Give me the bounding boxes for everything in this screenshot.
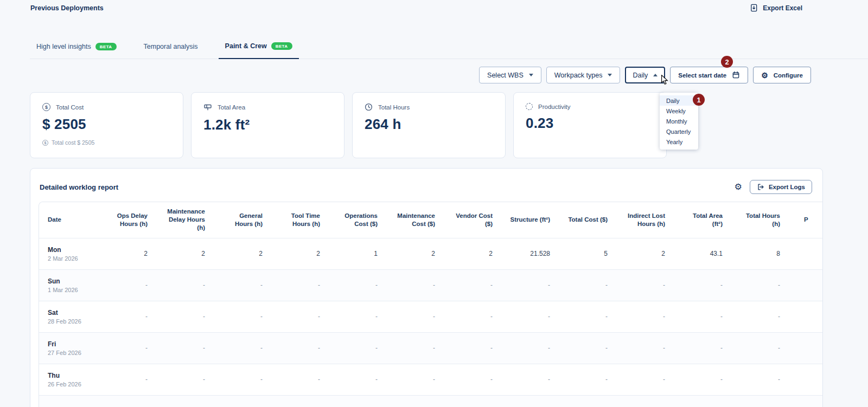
value-cell: -: [156, 364, 214, 395]
dollar-circle-icon: $: [42, 140, 48, 146]
menu-item-quarterly[interactable]: Quarterly: [660, 126, 698, 137]
value-cell: -: [156, 332, 214, 364]
value-cell: -: [386, 332, 444, 364]
date-label: 27 Feb 2026: [48, 350, 90, 356]
value-cell: -: [156, 269, 214, 301]
value-cell: [789, 332, 823, 364]
tab-label: Temporal analysis: [144, 43, 198, 50]
menu-item-monthly[interactable]: Monthly: [660, 116, 698, 126]
metric-card-total-area: Total Area 1.2k ft²: [191, 92, 344, 158]
worklog-table: DateOps Delay Hours (h)Maintenance Delay…: [39, 202, 823, 407]
value-cell: -: [99, 364, 156, 395]
column-header: Date: [39, 202, 99, 238]
filter-bar: Select WBS Workpack types Daily Select s…: [0, 59, 868, 83]
granularity-dropdown[interactable]: Daily: [625, 67, 665, 83]
chevron-up-icon: [653, 74, 658, 76]
metric-card-total-cost: $ Total Cost $ 2505 $ Total cost $ 2505: [30, 92, 183, 158]
top-bar: Previous Deployments Export Excel: [0, 0, 868, 12]
tabs: High level insightsBETATemporal analysis…: [30, 42, 868, 59]
value-cell: 1: [329, 238, 386, 269]
table-body: Mon2 Mar 2026222212221.5285243.18Sun1 Ma…: [39, 238, 823, 407]
value-cell: -: [214, 301, 271, 332]
value-cell: -: [616, 364, 674, 395]
workpack-types-dropdown[interactable]: Workpack types: [546, 67, 621, 83]
value-cell: -: [444, 364, 501, 395]
beta-badge: BETA: [95, 43, 117, 50]
page-title: Previous Deployments: [30, 4, 104, 12]
calendar-icon: [732, 71, 740, 79]
column-header: Total Area (ft²): [674, 202, 731, 238]
value-cell: -: [674, 332, 731, 364]
day-label: Fri: [48, 340, 90, 348]
export-excel-button[interactable]: Export Excel: [750, 4, 802, 12]
table-header-row: DateOps Delay Hours (h)Maintenance Delay…: [39, 202, 823, 238]
select-start-date-button[interactable]: Select start date: [670, 67, 748, 83]
table-row: Fri27 Feb 2026------------: [39, 332, 823, 364]
value-cell: -: [386, 301, 444, 332]
table-row: Sun1 Mar 2026------------: [39, 269, 823, 301]
worklog-settings-gear-icon[interactable]: ⚙: [735, 183, 742, 191]
value-cell: -: [156, 301, 214, 332]
date-label: 2 Mar 2026: [48, 255, 90, 262]
column-header: Maintenance Cost ($): [386, 202, 444, 238]
value-cell: 5: [559, 238, 616, 269]
export-excel-icon: [750, 4, 758, 12]
tab-high-level-insights[interactable]: High level insightsBETA: [30, 42, 123, 59]
value-cell: -: [99, 332, 156, 364]
select-wbs-dropdown[interactable]: Select WBS: [479, 67, 541, 83]
value-cell: -: [386, 364, 444, 395]
column-header: Ops Delay Hours (h): [99, 202, 156, 238]
value-cell: -: [559, 301, 616, 332]
metric-value: 0.23: [526, 115, 654, 132]
gear-icon: ⚙: [761, 72, 768, 79]
value-cell: 2: [214, 238, 271, 269]
worklog-table-scroll[interactable]: DateOps Delay Hours (h)Maintenance Delay…: [39, 202, 823, 407]
value-cell: -: [329, 301, 386, 332]
export-excel-label: Export Excel: [763, 4, 802, 12]
metric-label: Total Cost: [56, 104, 84, 111]
configure-label: Configure: [774, 72, 803, 79]
value-cell: -: [271, 332, 329, 364]
value-cell: -: [559, 332, 616, 364]
value-cell: -: [501, 301, 559, 332]
value-cell: -: [386, 269, 444, 301]
value-cell: -: [214, 269, 271, 301]
day-label: Thu: [48, 372, 90, 379]
value-cell: [789, 269, 823, 301]
date-cell: Fri27 Feb 2026: [39, 332, 99, 364]
value-cell: -: [559, 269, 616, 301]
configure-button[interactable]: ⚙ Configure: [753, 67, 811, 83]
value-cell: -: [559, 364, 616, 395]
value-cell: 2: [444, 238, 501, 269]
column-header: P: [789, 202, 823, 238]
column-header: Total Hours (h): [731, 202, 789, 238]
table-row: Thu26 Feb 2026------------: [39, 364, 823, 395]
day-label: Mon: [48, 246, 90, 254]
export-logs-button[interactable]: Export Logs: [750, 180, 812, 194]
export-logs-label: Export Logs: [769, 184, 805, 190]
dollar-circle-icon: $: [42, 103, 50, 111]
menu-item-weekly[interactable]: Weekly: [660, 106, 698, 116]
menu-item-yearly[interactable]: Yearly: [660, 137, 698, 147]
value-cell: -: [271, 301, 329, 332]
metric-cards: $ Total Cost $ 2505 $ Total cost $ 2505 …: [30, 92, 868, 158]
tab-paint-crew[interactable]: Paint & CrewBETA: [219, 42, 299, 59]
tab-temporal-analysis[interactable]: Temporal analysis: [137, 42, 205, 59]
value-cell: -: [731, 269, 789, 301]
value-cell: 2: [156, 238, 214, 269]
value-cell: -: [444, 332, 501, 364]
date-cell: Sun1 Mar 2026: [39, 269, 99, 301]
select-wbs-label: Select WBS: [487, 72, 524, 79]
value-cell: -: [501, 364, 559, 395]
select-start-date-label: Select start date: [678, 72, 726, 79]
column-header: Maintenance Delay Hours (h): [156, 202, 214, 238]
value-cell: -: [444, 269, 501, 301]
value-cell: -: [214, 332, 271, 364]
worklog-title: Detailed worklog report: [40, 183, 118, 191]
value-cell: -: [271, 364, 329, 395]
value-cell: -: [99, 269, 156, 301]
annotation-badge-1: 1: [693, 94, 705, 106]
metric-value: 1.2k ft²: [203, 117, 332, 133]
date-cell: Thu26 Feb 2026: [39, 364, 99, 395]
productivity-icon: [526, 103, 533, 110]
